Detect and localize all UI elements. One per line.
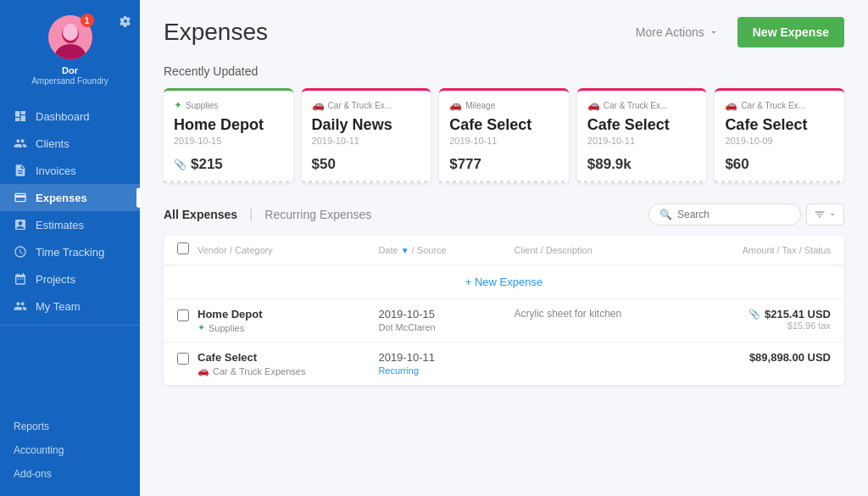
expense-card[interactable]: ✦ Supplies Home Depot 2019-10-15 📎 $215	[164, 88, 293, 183]
sidebar-item-label: Invoices	[36, 164, 76, 177]
sidebar-item-label: Expenses	[36, 192, 87, 204]
card-name: Cafe Select	[449, 116, 559, 134]
row-date: 2019-10-11 Recurring	[378, 351, 514, 376]
th-vendor: Vendor / Category	[198, 245, 378, 255]
card-name: Daily News	[312, 116, 421, 134]
new-expense-inline-button[interactable]: + New Expense	[164, 265, 844, 299]
sidebar-item-label: Clients	[36, 137, 70, 150]
search-input[interactable]	[677, 209, 790, 220]
vendor-category: 🚗 Car & Truck Expenses	[198, 365, 378, 376]
sidebar-item-expenses[interactable]: Expenses	[0, 184, 140, 211]
sidebar-nav: Dashboard Clients Invoices Expenses Esti…	[0, 96, 140, 408]
th-amount: Amount / Tax / Status	[695, 245, 831, 255]
sidebar-item-projects[interactable]: Projects	[0, 265, 140, 293]
row-checkbox	[177, 309, 198, 325]
header-checkbox	[177, 242, 198, 258]
recently-updated-title: Recently Updated	[164, 64, 844, 78]
card-category: 🚗 Mileage	[449, 99, 559, 111]
tab-all-expenses[interactable]: All Expenses	[164, 208, 237, 221]
card-date: 2019-10-11	[312, 136, 421, 146]
table-row: Cafe Select 🚗 Car & Truck Expenses 2019-…	[164, 343, 844, 385]
new-expense-header-button[interactable]: New Expense	[737, 17, 844, 47]
sort-icon: ▼	[401, 246, 409, 255]
svg-point-3	[63, 24, 78, 41]
card-date: 2019-10-11	[587, 136, 697, 146]
vendor-category: ✦ Supplies	[198, 322, 378, 333]
card-category: ✦ Supplies	[174, 99, 283, 111]
sidebar-item-add-ons[interactable]: Add-ons	[0, 462, 140, 486]
profile-company: Ampersand Foundry	[31, 76, 108, 86]
sidebar-item-time-tracking[interactable]: Time Tracking	[0, 238, 140, 265]
row-checkbox	[177, 353, 198, 368]
card-amount: $777	[449, 156, 559, 173]
card-date: 2019-10-11	[449, 136, 559, 146]
card-amount: $60	[725, 156, 834, 173]
card-category: 🚗 Car & Truck Ex...	[725, 99, 834, 111]
card-amount: $50	[312, 156, 421, 173]
card-category: 🚗 Car & Truck Ex...	[312, 99, 421, 111]
expense-card[interactable]: 🚗 Car & Truck Ex... Daily News 2019-10-1…	[302, 88, 431, 183]
sidebar-item-clients[interactable]: Clients	[0, 130, 140, 157]
category-icon: ✦	[198, 322, 205, 333]
expenses-tabs-row: All Expenses | Recurring Expenses 🔍	[164, 203, 844, 226]
card-date: 2019-10-09	[725, 136, 834, 146]
th-date: Date ▼ / Source	[378, 245, 514, 255]
category-icon: 🚗	[198, 365, 209, 376]
card-amount: $89.9k	[587, 156, 697, 173]
main-content: Expenses More Actions New Expense Recent…	[140, 0, 868, 496]
th-client: Client / Description	[515, 245, 695, 255]
select-all-checkbox[interactable]	[177, 242, 189, 254]
expense-card[interactable]: 🚗 Car & Truck Ex... Cafe Select 2019-10-…	[715, 88, 844, 183]
expenses-table: Vendor / Category Date ▼ / Source Client…	[164, 236, 844, 385]
notification-badge[interactable]: 1	[81, 14, 94, 27]
sidebar-bottom: Reports Accounting Add-ons	[0, 408, 140, 496]
card-date: 2019-10-15	[174, 136, 283, 146]
more-actions-button[interactable]: More Actions	[627, 19, 727, 46]
row-amount: 📎 $215.41 USD $15.96 tax	[695, 308, 831, 331]
card-name: Cafe Select	[725, 116, 834, 134]
row-select-checkbox[interactable]	[177, 309, 189, 321]
sidebar: 1 Dor Ampersand Foundry Dashboard Client…	[0, 0, 140, 496]
card-name: Home Depot	[174, 116, 283, 134]
sidebar-item-label: Dashboard	[36, 110, 90, 123]
search-box: 🔍	[648, 203, 844, 226]
row-date: 2019-10-15 Dot McClaren	[378, 308, 514, 332]
sidebar-item-invoices[interactable]: Invoices	[0, 157, 140, 184]
row-client: Acrylic sheet for kitchen	[515, 308, 695, 320]
sidebar-item-label: My Team	[36, 300, 81, 313]
page-title: Expenses	[164, 19, 268, 46]
sidebar-item-label: Projects	[36, 273, 75, 286]
sidebar-item-label: Estimates	[36, 219, 84, 231]
settings-icon[interactable]	[120, 15, 131, 31]
tabs-left: All Expenses | Recurring Expenses	[164, 207, 371, 222]
card-name: Cafe Select	[587, 116, 697, 134]
sidebar-item-accounting[interactable]: Accounting	[0, 438, 140, 462]
avatar-wrapper: 1	[48, 15, 92, 59]
header-actions: More Actions New Expense	[627, 17, 844, 47]
attachment-icon: 📎	[748, 309, 760, 320]
sidebar-item-estimates[interactable]: Estimates	[0, 211, 140, 238]
row-select-checkbox[interactable]	[177, 353, 189, 365]
recently-updated-section: Recently Updated ✦ Supplies Home Depot 2…	[164, 64, 844, 183]
attachment-icon: 📎	[174, 159, 186, 170]
expense-card[interactable]: 🚗 Mileage Cafe Select 2019-10-11 $777	[439, 88, 569, 183]
sidebar-item-dashboard[interactable]: Dashboard	[0, 103, 140, 130]
filter-button[interactable]	[806, 203, 844, 226]
sidebar-item-reports[interactable]: Reports	[0, 415, 140, 438]
table-header-row: Vendor / Category Date ▼ / Source Client…	[164, 236, 844, 265]
table-row: Home Depot ✦ Supplies 2019-10-15 Dot McC…	[164, 299, 844, 343]
row-vendor: Cafe Select 🚗 Car & Truck Expenses	[198, 351, 378, 376]
expense-card[interactable]: 🚗 Car & Truck Ex... Cafe Select 2019-10-…	[577, 88, 707, 183]
tab-recurring-expenses[interactable]: Recurring Expenses	[264, 208, 371, 221]
search-icon: 🔍	[659, 209, 672, 220]
row-vendor: Home Depot ✦ Supplies	[198, 308, 378, 333]
search-input-wrapper: 🔍	[648, 203, 801, 226]
card-category: 🚗 Car & Truck Ex...	[587, 99, 697, 111]
row-amount: $89,898.00 USD	[695, 351, 831, 364]
sidebar-item-my-team[interactable]: My Team	[0, 293, 140, 320]
expense-cards-row: ✦ Supplies Home Depot 2019-10-15 📎 $215 …	[164, 88, 844, 183]
page-header: Expenses More Actions New Expense	[164, 17, 844, 47]
tab-separator: |	[249, 207, 253, 222]
card-amount: 📎 $215	[174, 156, 283, 173]
profile-name: Dor	[62, 64, 78, 76]
